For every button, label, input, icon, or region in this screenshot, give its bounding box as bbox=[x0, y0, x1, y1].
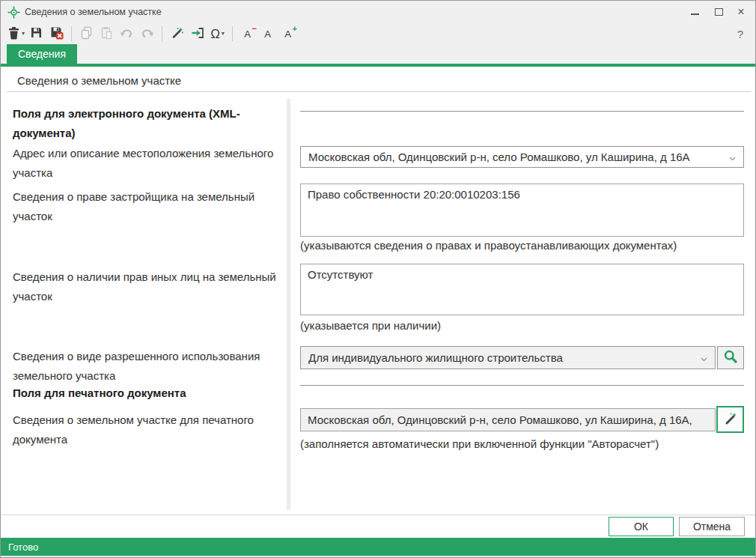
magic-wand-icon bbox=[171, 26, 184, 42]
third-party-rights-hint: (указывается при наличии) bbox=[300, 319, 441, 332]
status-bar: Готово bbox=[1, 538, 755, 556]
copy-icon bbox=[80, 26, 93, 42]
permitted-use-search-button[interactable] bbox=[717, 346, 744, 369]
heading-divider bbox=[7, 91, 751, 92]
paste-icon bbox=[100, 26, 113, 42]
section-header-print: Поля для печатного документа bbox=[13, 383, 285, 403]
page-title: Сведения о земельном участке bbox=[17, 74, 181, 87]
delete-button[interactable]: ▾ bbox=[6, 25, 26, 43]
section-header-xml: Поля для электронного документа (XML-док… bbox=[13, 104, 285, 143]
chevron-down-icon bbox=[701, 351, 707, 364]
font-decrease-icon: A− bbox=[244, 29, 251, 39]
toolbar-separator bbox=[232, 26, 233, 41]
magic-wand-icon bbox=[723, 411, 738, 428]
toolbar-separator bbox=[162, 26, 162, 41]
developer-right-hint: (указываются сведения о правах и правоус… bbox=[300, 239, 677, 252]
print-info-hint: (заполняется автоматически при включенно… bbox=[300, 437, 659, 450]
ok-button[interactable]: ОК bbox=[609, 517, 674, 536]
titlebar: Сведения о земельном участке × bbox=[1, 1, 755, 23]
font-reset-button[interactable]: A bbox=[257, 25, 278, 43]
redo-icon bbox=[140, 27, 154, 41]
redo-button[interactable] bbox=[137, 25, 157, 43]
omega-icon: Ω bbox=[210, 28, 220, 40]
address-combobox[interactable]: Московская обл, Одинцовский р-н, село Ро… bbox=[300, 146, 744, 168]
address-value: Московская обл, Одинцовский р-н, село Ро… bbox=[308, 151, 729, 163]
permitted-use-value: Для индивидуального жилищного строительс… bbox=[308, 351, 701, 364]
developer-right-textarea[interactable]: Право собственности 20:20:0010203:156 bbox=[300, 184, 744, 237]
toolbar: ▾ bbox=[1, 23, 755, 44]
font-increase-icon: A+ bbox=[284, 29, 291, 39]
dialog-window: Сведения о земельном участке × ▾ bbox=[0, 0, 756, 558]
minimize-button[interactable] bbox=[683, 3, 706, 21]
insert-button[interactable] bbox=[187, 25, 207, 43]
tab-svedeniya[interactable]: Сведения bbox=[7, 44, 77, 64]
status-text: Готово bbox=[8, 542, 38, 553]
font-decrease-button[interactable]: A− bbox=[237, 25, 257, 43]
third-party-rights-textarea[interactable]: Отсутствуют bbox=[300, 264, 744, 315]
label-permitted-use: Сведения о виде разрешенного использован… bbox=[13, 347, 285, 386]
arrow-into-bracket-icon bbox=[191, 27, 204, 41]
section-divider-print bbox=[300, 385, 744, 386]
save-and-close-button[interactable] bbox=[46, 25, 67, 43]
print-info-input[interactable] bbox=[300, 408, 716, 431]
symbol-button[interactable]: Ω ▾ bbox=[207, 25, 228, 43]
close-button[interactable]: × bbox=[730, 3, 752, 21]
autofill-button[interactable] bbox=[167, 25, 187, 43]
maximize-icon bbox=[715, 8, 723, 16]
save-close-icon bbox=[50, 26, 64, 42]
copy-button[interactable] bbox=[76, 25, 97, 43]
app-icon bbox=[7, 6, 20, 22]
chevron-down-icon bbox=[729, 151, 736, 163]
print-info-autofill-button[interactable] bbox=[716, 406, 744, 433]
search-icon bbox=[723, 349, 738, 366]
label-print-info: Сведения о земельном участке для печатно… bbox=[13, 410, 285, 449]
trash-icon bbox=[7, 26, 20, 42]
font-increase-button[interactable]: A+ bbox=[278, 25, 298, 43]
label-third-party-rights: Сведения о наличии прав иных лиц на земе… bbox=[13, 267, 285, 306]
label-developer-right: Сведения о праве застройщика на земельны… bbox=[13, 187, 285, 226]
font-reset-icon: A bbox=[264, 29, 271, 39]
chevron-down-icon: ▾ bbox=[222, 31, 225, 37]
section-divider-xml bbox=[300, 111, 744, 112]
tab-strip: Сведения bbox=[1, 44, 755, 64]
maximize-button[interactable] bbox=[707, 3, 730, 21]
undo-icon bbox=[120, 27, 134, 41]
cancel-button[interactable]: Отмена bbox=[679, 517, 745, 536]
toolbar-separator bbox=[71, 26, 72, 41]
label-address: Адрес или описание местоположения земель… bbox=[13, 144, 285, 183]
paste-button[interactable] bbox=[97, 25, 117, 43]
window-title: Сведения о земельном участке bbox=[25, 7, 162, 17]
save-button[interactable] bbox=[26, 25, 46, 43]
undo-button[interactable] bbox=[117, 25, 137, 43]
permitted-use-combobox[interactable]: Для индивидуального жилищного строительс… bbox=[300, 346, 716, 369]
column-separator bbox=[287, 99, 290, 510]
help-button[interactable]: ? bbox=[731, 25, 749, 42]
footer-divider bbox=[1, 515, 755, 515]
save-icon bbox=[30, 26, 43, 41]
chevron-down-icon: ▾ bbox=[22, 31, 25, 37]
accent-line bbox=[1, 64, 755, 67]
minimize-icon bbox=[691, 13, 699, 15]
